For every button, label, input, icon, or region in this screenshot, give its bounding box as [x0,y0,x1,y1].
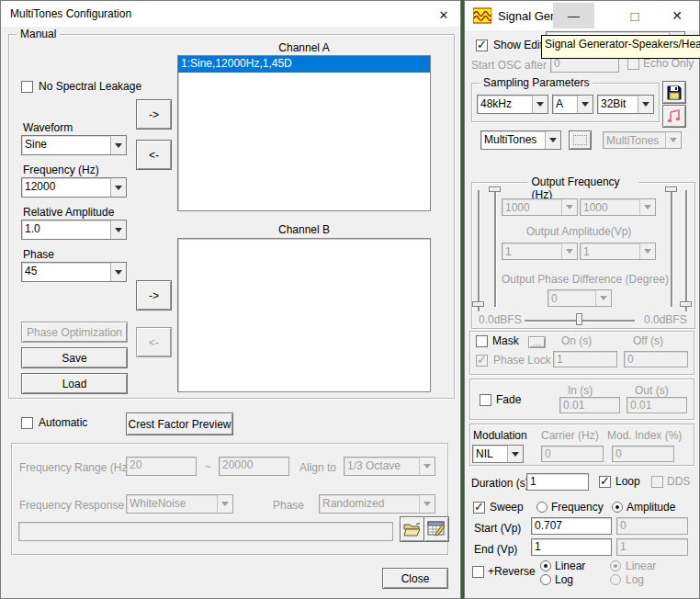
echo-only-checkbox[interactable] [627,58,639,70]
add-to-channel-a-button[interactable]: -> [136,99,172,130]
multitones-titlebar[interactable]: MultiTones Configuration [1,1,460,27]
maximize-icon[interactable]: □ [619,3,650,28]
chevron-down-icon[interactable] [532,96,548,113]
output-level-a-slider-thumb[interactable] [472,301,484,307]
start-vp-input[interactable]: 0.707 [531,517,612,535]
tone-preview-button[interactable] [662,105,686,128]
relative-amplitude-select[interactable]: 1.0 [21,220,127,240]
sampling-channel-select[interactable]: A [552,95,593,114]
multitones-configuration-dialog: MultiTones Configuration ✕ Manual No Spe… [0,0,461,599]
chevron-down-icon[interactable] [638,96,653,113]
mask-on-input[interactable]: 1 [553,351,617,367]
chevron-down-icon[interactable] [577,96,593,113]
chevron-down-icon [561,243,577,259]
reverse-checkbox[interactable] [472,566,484,578]
fade-out-input[interactable]: 0.01 [627,397,687,413]
sweep-log-radio[interactable] [540,574,551,585]
auto-phase-value: Randomized [320,495,419,513]
output-fine-a-slider-thumb[interactable] [489,186,501,192]
auto-phase-select[interactable]: Randomized [319,494,435,514]
sweep-linear-radio[interactable] [540,560,551,571]
wave-options-button[interactable] [569,130,592,150]
save-settings-button[interactable] [662,81,686,104]
output-amplitude-label: Output Amplitude(Vp) [502,225,656,238]
output-frequency-b-select[interactable]: 1000 [580,198,656,216]
frequency-range-max-input[interactable]: 20000 [219,457,289,476]
chevron-down-icon [665,132,681,148]
output-phase-difference-select[interactable]: 0 [548,289,612,307]
end-vp-input[interactable]: 1 [531,538,612,556]
mod-index-input[interactable]: 0 [612,446,674,462]
minimize-icon[interactable]: — [553,3,594,28]
dds-label: DDS [667,475,690,488]
output-frequency-a-select[interactable]: 1000 [502,198,578,216]
dds-checkbox[interactable] [651,476,663,488]
balance-slider-thumb[interactable] [576,313,582,325]
carrier-input[interactable]: 0 [541,446,604,462]
sampling-bits-select[interactable]: 32Bit [597,95,654,114]
mask-checkbox[interactable] [476,335,488,347]
sweep-frequency-radio[interactable] [536,502,548,513]
output-level-b-slider-track[interactable] [685,190,687,311]
output-amplitude-b-select[interactable]: 1 [580,243,656,260]
chevron-down-icon[interactable] [545,131,560,149]
sweep-log-b-radio[interactable] [610,574,621,585]
open-file-button[interactable] [400,516,425,542]
mask-more-button[interactable]: ... [528,336,546,348]
waveform-select[interactable]: Sine [21,135,127,155]
output-fine-a-slider-track[interactable] [494,187,496,307]
output-fine-b-slider-thumb[interactable] [665,186,677,192]
phase-value: 45 [22,263,110,281]
frequency-select[interactable]: 12000 [21,177,127,198]
output-level-a-slider-track[interactable] [478,190,480,311]
no-spectral-leakage-checkbox[interactable] [21,81,33,93]
align-to-select[interactable]: 1/3 Octave [344,457,435,476]
sweep-linear-b-radio[interactable] [610,560,621,571]
edit-table-button[interactable] [423,516,449,542]
modulation-select[interactable]: NIL [472,445,524,463]
output-fine-b-slider-track[interactable] [671,187,672,307]
wave-type-a-select[interactable]: MultiTones [480,130,561,150]
close-icon[interactable]: ✕ [661,3,693,28]
fade-checkbox[interactable] [480,394,491,406]
phase-select[interactable]: 45 [21,262,127,282]
close-button[interactable]: Close [382,568,448,589]
dbfs-right-label: 0.0dBFS [644,313,687,326]
end-vp-input-b[interactable]: 1 [616,538,688,556]
duration-input[interactable]: 1 [526,473,589,491]
frequency-label: Frequency (Hz) [23,164,99,176]
chevron-down-icon[interactable] [507,446,523,462]
add-to-channel-b-button[interactable]: -> [136,280,172,311]
mask-off-input[interactable]: 0 [624,351,688,367]
chevron-down-icon[interactable] [110,178,126,197]
phase-optimization-button[interactable]: Phase Optimization [21,322,128,343]
remove-from-channel-b-button[interactable]: <- [136,327,172,357]
remove-from-channel-a-button[interactable]: <- [136,140,172,170]
fade-in-input[interactable]: 0.01 [559,397,620,413]
start-vp-input-b[interactable]: 0 [616,517,688,535]
save-button[interactable]: Save [21,347,128,368]
wave-type-b-select[interactable]: MultiTones [603,131,682,149]
sweep-checkbox[interactable] [473,502,485,514]
channel-a-selected-item[interactable]: 1:Sine,12000Hz,1,45D [178,56,430,73]
chevron-down-icon[interactable] [110,263,126,281]
automatic-checkbox[interactable] [21,417,33,429]
chevron-down-icon[interactable] [110,136,126,154]
sampling-rate-select[interactable]: 48kHz [477,95,548,114]
channel-a-listbox[interactable]: 1:Sine,12000Hz,1,45D [177,55,431,211]
close-icon[interactable]: ✕ [435,6,453,23]
output-level-b-slider-thumb[interactable] [680,301,692,307]
frequency-response-select[interactable]: WhiteNoise [126,494,233,514]
chevron-down-icon[interactable] [110,220,126,239]
sweep-amplitude-radio[interactable] [612,502,623,513]
wave-type-a-value: MultiTones [481,131,545,149]
frequency-range-min-input[interactable]: 20 [126,457,197,476]
crest-factor-preview-button[interactable]: Crest Factor Preview [126,413,233,435]
loop-checkbox[interactable] [599,476,611,488]
phase-lock-checkbox[interactable] [476,355,488,367]
show-editor-checkbox[interactable] [476,40,488,51]
load-button[interactable]: Load [21,373,128,394]
output-amplitude-a-select[interactable]: 1 [502,243,578,260]
channel-b-listbox[interactable] [177,238,431,392]
file-path-input[interactable] [18,522,393,541]
